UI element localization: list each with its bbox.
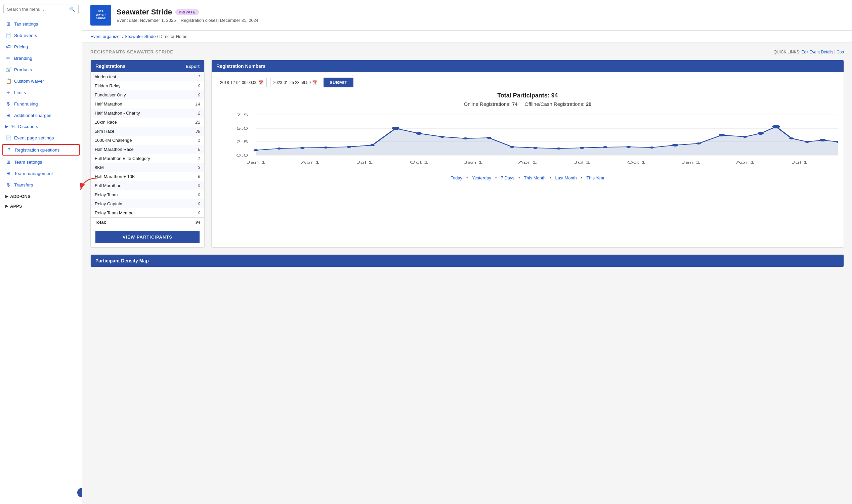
sidebar-item-limits[interactable]: ⚠ Limits: [0, 87, 82, 98]
sidebar-item-products[interactable]: 🛒 Products: [0, 64, 82, 75]
sidebar-item-sub-events[interactable]: 📄 Sub-events: [0, 30, 82, 41]
race-name: 1000KM Challenge: [91, 136, 185, 145]
svg-point-30: [743, 136, 747, 138]
chevron-right-icon: ▶: [5, 124, 8, 129]
svg-point-10: [277, 147, 282, 149]
sidebar-item-team-management[interactable]: ⊞ Team management: [0, 168, 82, 179]
team-icon: ⊞: [5, 159, 12, 165]
table-row: Half Marathon Race6: [91, 145, 204, 154]
private-badge: PRIVATE: [175, 9, 199, 15]
svg-point-11: [300, 147, 305, 149]
clipboard-icon: 📋: [5, 78, 12, 84]
registration-chart: 7.5 5.0 2.5 0.0: [217, 111, 838, 172]
search-input[interactable]: [7, 7, 69, 12]
registrations-card-header: Registrations Export: [91, 60, 204, 72]
sidebar-item-fundraising[interactable]: $ Fundraising: [0, 98, 82, 110]
sidebar-item-branding[interactable]: ✏ Branding: [0, 52, 82, 64]
table-row: 8KM3: [91, 163, 204, 172]
race-count: 38: [185, 127, 204, 136]
sidebar-item-additional-charges[interactable]: ⊞ Additional charges: [0, 110, 82, 121]
filter-last-month[interactable]: Last Month: [555, 175, 577, 180]
svg-point-19: [487, 137, 491, 139]
export-button[interactable]: Export: [186, 64, 200, 69]
grid2-icon: ⊞: [5, 112, 12, 118]
svg-text:Oct 1: Oct 1: [627, 161, 646, 164]
svg-point-24: [603, 146, 608, 148]
sidebar: 🔍 ⊞ Tax settings 📄 Sub-events 🏷 Pricing …: [0, 0, 82, 504]
sidebar-collapse-button[interactable]: ‹: [77, 488, 82, 497]
svg-point-26: [649, 146, 654, 148]
chevron-add-ons-icon: ▶: [5, 194, 8, 199]
sidebar-item-tax-settings[interactable]: ⊞ Tax settings: [0, 18, 82, 30]
race-count: 0: [185, 190, 204, 199]
quick-links: QUICK LINKS: Edit Event Details | Cop: [774, 50, 844, 54]
svg-text:5.0: 5.0: [236, 126, 248, 130]
breadcrumb-event-organizer[interactable]: Event organizer: [90, 34, 121, 39]
reg-numbers-header: Registration Numbers: [212, 60, 844, 72]
chart-svg: 7.5 5.0 2.5 0.0: [217, 111, 838, 172]
density-map-header: Participant Density Map: [91, 255, 844, 267]
sidebar-item-registration-questions[interactable]: ? Registration questions: [2, 144, 80, 156]
section-apps[interactable]: ▶ APPS: [0, 200, 82, 210]
race-name: Half Marathon - Charity: [91, 109, 185, 118]
sidebar-item-pricing[interactable]: 🏷 Pricing: [0, 41, 82, 52]
sidebar-item-custom-waiver[interactable]: 📋 Custom waiver: [0, 75, 82, 87]
sidebar-item-discounts[interactable]: ▶ % Discounts: [0, 121, 82, 132]
tag-icon: 🏷: [5, 44, 12, 49]
section-title-bar: REGISTRANTS SEAWATER STRIDE QUICK LINKS:…: [90, 49, 844, 54]
race-name: Half Marathon Race: [91, 145, 185, 154]
table-row: Relay Team0: [91, 190, 204, 199]
section-add-ons[interactable]: ▶ ADD-ONS: [0, 191, 82, 200]
race-count: 3: [185, 163, 204, 172]
event-logo: SEAWATERSTRIDE: [90, 5, 111, 25]
filter-7days[interactable]: 7 Days: [501, 175, 514, 180]
svg-point-35: [820, 139, 826, 142]
submit-button[interactable]: SUBMIT: [324, 78, 354, 87]
svg-point-31: [758, 132, 764, 135]
race-name: Half Marathon: [91, 100, 185, 109]
table-row: 10km Race22: [91, 118, 204, 127]
svg-point-32: [773, 125, 780, 128]
event-title: Seawater Stride PRIVATE: [116, 8, 258, 16]
breadcrumb: Event organizer / Seawater Stride / Dire…: [82, 31, 852, 43]
view-participants-button[interactable]: VIEW PARTICIPANTS: [95, 231, 200, 243]
race-name: 8KM: [91, 163, 185, 172]
svg-text:Apr 1: Apr 1: [519, 161, 537, 164]
registrations-card-title: Registrations: [95, 64, 125, 69]
breadcrumb-seawater-stride[interactable]: Seawater Stride: [125, 34, 156, 39]
race-count: 1: [185, 136, 204, 145]
quick-link-edit-event[interactable]: Edit Event Details: [801, 50, 833, 54]
dollar-icon: $: [5, 101, 12, 107]
race-name: Ekiden Relay: [91, 81, 185, 90]
table-row: Half Marathon14: [91, 100, 204, 109]
date-to-input[interactable]: 2023-01-25 23:59:59 📅: [270, 78, 320, 87]
race-count: 1: [185, 154, 204, 163]
svg-point-23: [580, 147, 584, 149]
chevron-apps-icon: ▶: [5, 204, 8, 208]
svg-text:Apr 1: Apr 1: [736, 161, 754, 164]
svg-point-13: [347, 146, 351, 148]
transfer-icon: $: [5, 182, 12, 187]
search-box[interactable]: 🔍: [3, 4, 79, 14]
svg-text:Jan 1: Jan 1: [246, 161, 266, 164]
quick-link-copy[interactable]: Cop: [836, 50, 844, 54]
race-count: 14: [185, 100, 204, 109]
sidebar-item-event-page-settings[interactable]: 📄 Event page settings: [0, 132, 82, 143]
event-meta: Event date: November 1, 2025 Registratio…: [116, 18, 258, 23]
table-row: Full Marathon Elite Category1: [91, 154, 204, 163]
calendar2-icon: 📅: [312, 80, 317, 85]
filter-this-month[interactable]: This Month: [524, 175, 546, 180]
svg-point-27: [672, 144, 678, 146]
date-from-input[interactable]: 2018-12-04 00:00:00 📅: [217, 78, 267, 87]
cart-icon: 🛒: [5, 67, 12, 72]
filter-yesterday[interactable]: Yesterday: [472, 175, 491, 180]
filter-today[interactable]: Today: [451, 175, 462, 180]
svg-point-20: [510, 146, 514, 148]
event-info: Seawater Stride PRIVATE Event date: Nove…: [116, 8, 258, 23]
sidebar-item-transfers[interactable]: $ Transfers: [0, 179, 82, 191]
race-count: 6: [185, 172, 204, 181]
filter-this-year[interactable]: This Year: [586, 175, 604, 180]
sidebar-item-team-settings[interactable]: ⊞ Team settings: [0, 156, 82, 168]
svg-text:Jan 1: Jan 1: [681, 161, 701, 164]
table-row: Relay Team Member0: [91, 208, 204, 218]
